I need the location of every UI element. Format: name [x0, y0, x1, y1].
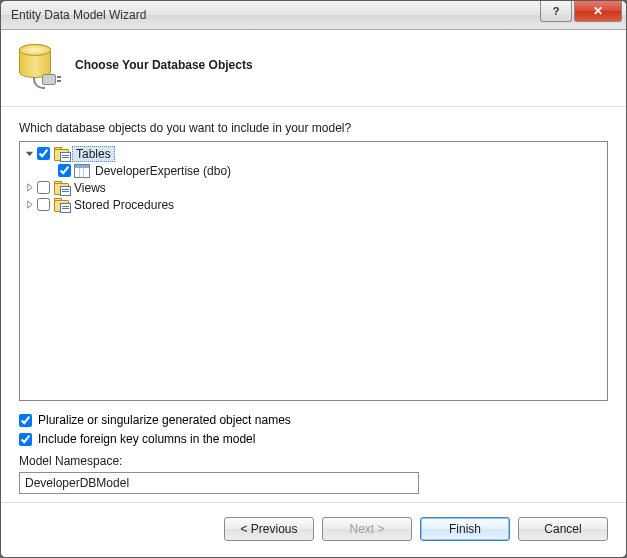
chevron-right-icon [25, 200, 34, 209]
tree-node-storedprocs[interactable]: Stored Procedures [22, 196, 605, 213]
titlebar[interactable]: Entity Data Model Wizard ? ✕ [1, 1, 626, 30]
tree-label-tables: Tables [72, 146, 115, 162]
wizard-step-title: Choose Your Database Objects [75, 58, 253, 72]
database-icon [17, 42, 57, 88]
cancel-button[interactable]: Cancel [518, 517, 608, 541]
database-objects-tree[interactable]: Tables DeveloperExpertise (dbo) [19, 141, 608, 401]
previous-button[interactable]: < Previous [224, 517, 314, 541]
close-icon: ✕ [593, 4, 603, 18]
checkbox-pluralize[interactable] [19, 414, 32, 427]
expander-views[interactable] [22, 181, 36, 195]
tree-label-developerexpertise: DeveloperExpertise (dbo) [93, 164, 233, 178]
folder-icon [53, 197, 69, 213]
expander-tables[interactable] [22, 147, 36, 161]
checkbox-views[interactable] [37, 181, 50, 194]
tree-node-developerexpertise[interactable]: DeveloperExpertise (dbo) [22, 162, 605, 179]
wizard-body: Which database objects do you want to in… [1, 107, 626, 502]
expander-storedprocs[interactable] [22, 198, 36, 212]
tree-node-views[interactable]: Views [22, 179, 605, 196]
wizard-header: Choose Your Database Objects [1, 30, 626, 107]
table-icon [74, 163, 90, 179]
wizard-window: Entity Data Model Wizard ? ✕ Choose Your… [0, 0, 627, 558]
checkbox-developerexpertise[interactable] [58, 164, 71, 177]
next-button: Next > [322, 517, 412, 541]
tree-label-storedprocs: Stored Procedures [72, 198, 176, 212]
help-icon: ? [553, 5, 560, 17]
label-pluralize: Pluralize or singularize generated objec… [38, 413, 291, 427]
option-pluralize: Pluralize or singularize generated objec… [19, 413, 608, 427]
options-area: Pluralize or singularize generated objec… [19, 401, 608, 494]
namespace-input[interactable] [19, 472, 419, 494]
titlebar-controls: ? ✕ [540, 1, 622, 22]
checkbox-tables[interactable] [37, 147, 50, 160]
label-namespace: Model Namespace: [19, 454, 608, 468]
finish-button[interactable]: Finish [420, 517, 510, 541]
tree-node-tables[interactable]: Tables [22, 145, 605, 162]
window-title: Entity Data Model Wizard [11, 8, 146, 22]
folder-icon [53, 146, 69, 162]
chevron-down-icon [25, 149, 34, 158]
folder-icon [53, 180, 69, 196]
chevron-right-icon [25, 183, 34, 192]
close-button[interactable]: ✕ [574, 1, 622, 22]
label-foreign-keys: Include foreign key columns in the model [38, 432, 255, 446]
wizard-footer: < Previous Next > Finish Cancel [1, 502, 626, 557]
prompt-label: Which database objects do you want to in… [19, 121, 608, 135]
option-foreign-keys: Include foreign key columns in the model [19, 432, 608, 446]
help-button[interactable]: ? [540, 1, 572, 22]
checkbox-foreign-keys[interactable] [19, 433, 32, 446]
tree-label-views: Views [72, 181, 108, 195]
checkbox-storedprocs[interactable] [37, 198, 50, 211]
